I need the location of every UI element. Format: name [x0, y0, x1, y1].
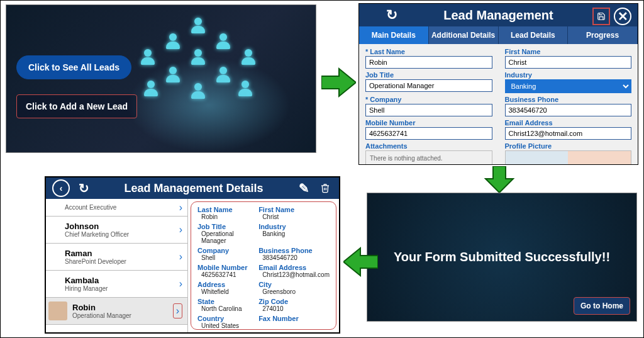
lead-list: Account Executive › Johnson Chief Market…: [46, 199, 188, 332]
svg-marker-0: [321, 69, 356, 96]
chevron-right-icon: ›: [179, 224, 182, 235]
details-titlebar: ‹ ↻ Lead Management Details ✎: [46, 177, 339, 199]
lead-form-panel: ↻ Lead Management ✕ Main Details Additio…: [358, 3, 638, 165]
arrow-right-icon: [321, 67, 356, 98]
refresh-icon[interactable]: ↻: [76, 181, 91, 196]
email-input[interactable]: [505, 127, 632, 140]
list-item[interactable]: Johnson Chief Marketing Officer ›: [46, 217, 187, 244]
last-name-input[interactable]: [365, 56, 492, 69]
mobile-input[interactable]: [365, 127, 492, 140]
hands-graphic: [127, 58, 291, 152]
list-item[interactable]: Kambala Hiring Manager ›: [46, 271, 187, 298]
form-tabs: Main Details Additional Details Lead Det…: [359, 26, 638, 44]
delete-icon[interactable]: [318, 181, 333, 196]
profile-picture-box[interactable]: [505, 150, 632, 165]
company-input[interactable]: [365, 104, 492, 116]
success-panel: Your Form Submitted Successfully!! Go to…: [367, 193, 637, 322]
form-title: Lead Management: [443, 8, 553, 23]
list-item[interactable]: Raman SharePoint Developer ›: [46, 244, 187, 271]
job-title-label: Job Title: [365, 71, 492, 79]
tab-main-details[interactable]: Main Details: [359, 26, 429, 44]
tab-lead-details[interactable]: Lead Details: [499, 26, 569, 44]
business-phone-label: Business Phone: [505, 96, 632, 103]
avatar: [48, 301, 67, 320]
home-panel: Click to See All Leads Click to Add a Ne…: [6, 4, 316, 153]
email-label: Email Address: [505, 119, 632, 127]
add-new-lead-button[interactable]: Click to Add a New Lead: [16, 94, 137, 118]
attachments-label: Attachments: [365, 142, 492, 150]
chevron-right-icon: ›: [179, 202, 182, 213]
go-home-button[interactable]: Go to Home: [574, 297, 630, 315]
arrow-left-icon: [343, 246, 378, 278]
attachments-box[interactable]: There is nothing attached.: [365, 150, 492, 165]
see-all-leads-button[interactable]: Click to See All Leads: [16, 55, 131, 79]
form-titlebar: ↻ Lead Management ✕: [359, 4, 638, 26]
industry-label: Industry: [505, 71, 632, 79]
close-icon[interactable]: ✕: [614, 8, 631, 25]
details-title: Lead Management Details: [97, 182, 290, 195]
details-panel: ‹ ↻ Lead Management Details ✎ Account Ex…: [45, 176, 340, 334]
first-name-input[interactable]: [505, 56, 632, 69]
chevron-right-icon: ›: [173, 303, 182, 318]
svg-marker-2: [343, 248, 378, 276]
tab-additional-details[interactable]: Additional Details: [429, 26, 499, 44]
save-icon[interactable]: [592, 8, 610, 25]
refresh-icon[interactable]: ↻: [384, 8, 399, 23]
mobile-label: Mobile Number: [365, 119, 492, 127]
profile-picture-label: Profile Picture: [505, 142, 632, 150]
list-item[interactable]: Account Executive ›: [46, 199, 187, 217]
industry-select[interactable]: Banking: [505, 79, 632, 93]
lead-detail-card: Last NameRobin First NameChrist Job Titl…: [191, 201, 336, 330]
first-name-label: First Name: [505, 48, 632, 55]
business-phone-input[interactable]: [505, 104, 632, 116]
tab-progress[interactable]: Progress: [568, 26, 638, 44]
job-title-input[interactable]: [365, 79, 492, 92]
last-name-label: Last Name: [370, 48, 405, 55]
list-item-selected[interactable]: Robin Operational Manager ›: [46, 298, 187, 325]
company-label: Company: [370, 96, 401, 103]
chevron-right-icon: ›: [179, 251, 182, 262]
edit-icon[interactable]: ✎: [296, 181, 311, 196]
success-message: Your Form Submitted Successfully!!: [394, 250, 610, 264]
arrow-down-icon: [484, 166, 515, 193]
back-icon[interactable]: ‹: [52, 179, 70, 197]
svg-marker-1: [486, 166, 513, 193]
chevron-right-icon: ›: [179, 278, 182, 290]
